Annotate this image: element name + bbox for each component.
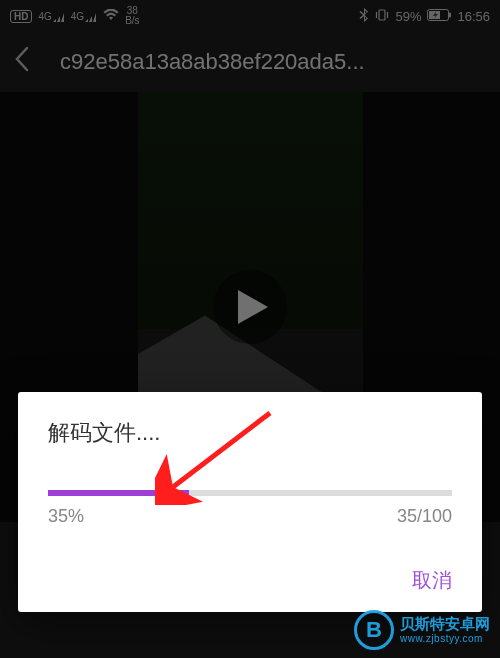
dialog-title: 解码文件.... (48, 418, 452, 448)
watermark-logo-icon: B (354, 610, 394, 650)
watermark-name: 贝斯特安卓网 (400, 616, 490, 633)
progress-percent: 35% (48, 506, 84, 527)
decode-dialog: 解码文件.... 35% 35/100 取消 (18, 392, 482, 612)
watermark: B 贝斯特安卓网 www.zjbstyy.com (354, 610, 490, 650)
progress-bar (48, 490, 452, 496)
cancel-button[interactable]: 取消 (412, 567, 452, 594)
watermark-url: www.zjbstyy.com (400, 633, 490, 644)
progress-fill (48, 490, 189, 496)
progress-fraction: 35/100 (397, 506, 452, 527)
